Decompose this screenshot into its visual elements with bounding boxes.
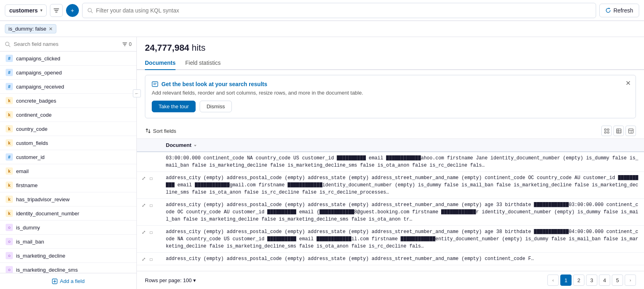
svg-line-1 <box>91 11 92 12</box>
field-item[interactable]: ○ is_marketing_decline <box>0 249 136 263</box>
sidebar-collapse-button[interactable]: ← <box>133 89 141 97</box>
field-item[interactable]: k custom_fields <box>0 136 136 150</box>
page-4-button[interactable]: 4 <box>599 275 610 286</box>
row-expand-button[interactable]: ⤢ <box>142 229 148 235</box>
sort-fields-button[interactable]: Sort fields <box>145 128 176 134</box>
field-type-badge: # <box>6 69 13 76</box>
table-row: 03:00:00.000 continent_code NA country_c… <box>137 152 644 172</box>
field-count-label: 0 <box>129 41 132 47</box>
add-button[interactable]: + <box>66 4 79 17</box>
document-cell: address_city (empty) address_postal_code… <box>161 253 644 265</box>
field-item[interactable]: k firstname <box>0 178 136 192</box>
kql-input[interactable] <box>96 7 591 14</box>
content-tabs: Documents Field statistics <box>137 56 644 70</box>
banner-icon <box>152 81 158 87</box>
field-item[interactable]: # campaigns_clicked <box>0 52 136 66</box>
grid-view-button[interactable] <box>601 126 612 136</box>
field-item[interactable]: # customer_id <box>0 150 136 164</box>
hits-count: 24,777,984 <box>145 43 189 53</box>
field-search-input[interactable] <box>14 41 119 47</box>
left-arrow-icon: ← <box>135 91 139 96</box>
field-type-badge: # <box>6 55 13 62</box>
table-row: ⤢ ☐ address_city (empty) address_postal_… <box>137 226 644 253</box>
field-type-badge: ○ <box>6 252 13 259</box>
field-name: email <box>16 168 29 174</box>
rows-per-page-selector[interactable]: Rows per page: 100 ▾ <box>145 277 196 283</box>
page-3-button[interactable]: 3 <box>586 275 597 286</box>
table-view-button[interactable] <box>613 126 624 136</box>
document-header-label: Document <box>166 142 192 148</box>
svg-rect-10 <box>605 129 606 130</box>
next-page-button[interactable]: › <box>625 275 636 286</box>
refresh-icon <box>605 8 611 13</box>
row-expand-button[interactable]: ⤢ <box>142 175 148 182</box>
field-item[interactable]: ○ is_marketing_decline_sms <box>0 263 136 273</box>
sort-fields-label: Sort fields <box>153 128 176 134</box>
field-item[interactable]: ○ is_mail_ban <box>0 235 136 249</box>
sidebar-search-bar[interactable]: 0 <box>0 37 136 52</box>
field-type-badge: # <box>6 153 13 161</box>
add-field-icon <box>52 279 58 284</box>
field-item[interactable]: k has_tripadvisor_review <box>0 192 136 206</box>
sort-column-icon[interactable] <box>193 143 197 147</box>
row-expand-button[interactable]: ⤢ <box>142 256 148 262</box>
field-filter-count: 0 <box>122 41 132 47</box>
row-checkbox[interactable]: ☐ <box>150 202 156 208</box>
chevron-down-icon: ▾ <box>40 8 42 12</box>
field-type-badge: ○ <box>6 224 13 231</box>
row-expand-button[interactable]: ⤢ <box>142 202 148 208</box>
filter-options-button[interactable] <box>50 4 63 17</box>
field-type-badge: k <box>6 196 13 203</box>
index-name: customers <box>9 7 38 14</box>
field-list: # campaigns_clicked # campaigns_opened #… <box>0 52 136 273</box>
sidebar-search-icon <box>5 41 10 47</box>
column-view-button[interactable] <box>625 126 636 136</box>
row-controls: ⤢ ☐ <box>137 199 161 226</box>
page-1-button[interactable]: 1 <box>560 275 572 286</box>
field-item[interactable]: k concrete_badges <box>0 94 136 108</box>
take-tour-button[interactable]: Take the tour <box>152 101 196 112</box>
field-name: is_marketing_decline <box>16 253 65 259</box>
field-item[interactable]: ○ is_dummy <box>0 221 136 235</box>
field-item[interactable]: k email <box>0 164 136 178</box>
dismiss-button[interactable]: Dismiss <box>200 101 232 112</box>
table-row: ⤢ ☐ address_city (empty) address_postal_… <box>137 172 644 199</box>
field-item[interactable]: k continent_code <box>0 108 136 122</box>
tab-field-statistics[interactable]: Field statistics <box>185 56 221 70</box>
field-type-badge: k <box>6 97 13 104</box>
row-checkbox[interactable]: ☐ <box>150 256 156 262</box>
field-item[interactable]: k country_code <box>0 122 136 136</box>
field-name: customer_id <box>16 154 45 160</box>
prev-page-button[interactable]: ‹ <box>547 275 559 286</box>
field-name: concrete_badges <box>16 98 56 104</box>
field-name: custom_fields <box>16 140 48 146</box>
row-controls: ⤢ ☐ <box>137 172 161 199</box>
row-checkbox[interactable]: ☐ <box>150 229 156 235</box>
field-type-badge: # <box>6 83 13 90</box>
page-2-button[interactable]: 2 <box>573 275 584 286</box>
document-cell: address_city (empty) address_postal_code… <box>161 199 644 226</box>
field-name: country_code <box>16 126 47 132</box>
field-item[interactable]: # campaigns_opened <box>0 66 136 80</box>
kql-search-bar[interactable] <box>82 3 596 18</box>
field-name: continent_code <box>16 112 52 118</box>
field-item[interactable]: k identity_document_number <box>0 206 136 221</box>
field-item[interactable]: # campaigns_received <box>0 80 136 94</box>
field-name: identity_document_number <box>16 211 79 217</box>
field-filter-icon <box>122 42 127 47</box>
field-type-badge: k <box>6 139 13 147</box>
top-bar: customers ▾ + Refresh <box>0 0 644 21</box>
tab-documents[interactable]: Documents <box>145 56 175 70</box>
add-field-button[interactable]: Add a field <box>0 273 136 289</box>
banner-actions: Take the tour Dismiss <box>152 101 629 112</box>
main-content: 24,777,984 hits Documents Field statisti… <box>137 37 644 289</box>
banner-close-button[interactable]: ✕ <box>625 79 631 87</box>
filter-remove-button[interactable]: ✕ <box>49 26 53 32</box>
refresh-button[interactable]: Refresh <box>599 4 639 17</box>
index-selector[interactable]: customers ▾ <box>5 4 47 17</box>
tour-banner-title: Get the best look at your search results <box>152 81 629 87</box>
field-type-badge: k <box>6 125 13 132</box>
field-name: campaigns_opened <box>16 70 62 76</box>
row-checkbox[interactable]: ☐ <box>150 175 156 182</box>
page-5-button[interactable]: 5 <box>612 275 623 286</box>
